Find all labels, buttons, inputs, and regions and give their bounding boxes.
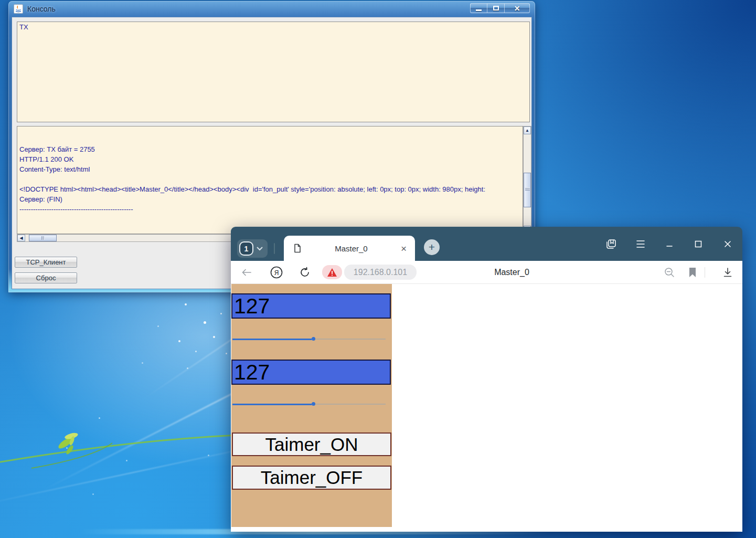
channel2-slider[interactable] — [232, 402, 388, 406]
log-line: HTTP/1.1 200 OK — [19, 154, 520, 164]
log-scrollpane: Сервер: TX байт = 2755 HTTP/1.1 200 OK C… — [17, 126, 531, 242]
console-close-button[interactable]: ✕ — [505, 3, 530, 13]
browser-menu-icon[interactable] — [634, 237, 647, 251]
wallpaper-leaf-bird — [57, 432, 78, 456]
tcp-client-button[interactable]: TCP_Клиент — [15, 257, 77, 268]
log-line: <!DOCTYPE html><html><head><title>Master… — [19, 184, 520, 194]
browser-maximize-icon[interactable] — [691, 237, 705, 251]
java-icon — [14, 4, 23, 14]
tab-counter-button[interactable]: 1 — [237, 239, 268, 258]
timer-on-button[interactable]: Taimer_ON — [232, 432, 391, 456]
reset-button[interactable]: Сброс — [15, 272, 77, 283]
horizontal-scrollbar-thumb[interactable] — [29, 235, 57, 241]
address-bar[interactable]: 192.168.0.101 — [344, 265, 417, 280]
active-tab[interactable]: Master_0 × — [284, 236, 415, 261]
timer-off-button[interactable]: Taimer_OFF — [232, 466, 391, 490]
browser-minimize-icon[interactable] — [663, 237, 676, 251]
chevron-down-icon — [257, 247, 263, 251]
channel1-slider[interactable] — [232, 336, 388, 341]
sidebar-panels-icon[interactable] — [604, 237, 618, 251]
yandex-logo-icon[interactable]: Я — [270, 266, 283, 279]
slider-thumb[interactable] — [312, 402, 315, 406]
toolbar-divider — [705, 267, 705, 278]
channel1-value-display: 127 — [231, 293, 391, 319]
scroll-up-arrow[interactable]: ▲ — [524, 126, 531, 134]
security-warning-badge[interactable] — [322, 265, 342, 279]
tx-textarea[interactable]: TX — [17, 22, 530, 122]
vertical-scrollbar-thumb[interactable] — [524, 173, 531, 207]
reload-icon[interactable] — [298, 266, 312, 279]
tabbar-divider — [274, 243, 275, 254]
tab-close-icon[interactable]: × — [401, 244, 407, 254]
bookmark-icon[interactable] — [686, 266, 699, 279]
zoom-out-icon[interactable] — [663, 266, 676, 279]
page-icon — [293, 244, 302, 253]
slider-thumb[interactable] — [312, 337, 315, 341]
page-viewport: 127 127 Taimer_ON Taimer_OFF — [231, 284, 742, 532]
vertical-scrollbar[interactable]: ▲ ▼ — [523, 126, 531, 234]
log-line: Сервер: TX байт = 2755 — [19, 144, 520, 154]
browser-window: 1 Master_0 × + — [231, 227, 742, 532]
scroll-left-arrow[interactable]: ◀ — [17, 235, 25, 241]
browser-toolbar: Я 192.168.0.101 Master_0 — [231, 261, 742, 284]
tab-count-badge: 1 — [239, 241, 253, 256]
warning-triangle-icon — [327, 268, 337, 277]
browser-close-icon[interactable] — [721, 237, 734, 251]
browser-tabbar: 1 Master_0 × + — [231, 227, 742, 261]
download-icon[interactable] — [721, 266, 734, 279]
log-textarea[interactable]: Сервер: TX байт = 2755 HTTP/1.1 200 OK C… — [17, 126, 523, 234]
console-maximize-button[interactable] — [487, 3, 505, 13]
control-panel-background: 127 127 Taimer_ON Taimer_OFF — [231, 284, 392, 527]
log-line — [19, 174, 520, 184]
svg-text:Я: Я — [274, 269, 279, 277]
console-titlebar[interactable]: Консоль ✕ — [8, 1, 535, 17]
channel2-value-display: 127 — [231, 360, 391, 385]
log-line: Сервер: (FIN) — [19, 194, 520, 204]
new-tab-button[interactable]: + — [424, 239, 440, 255]
tab-title: Master_0 — [302, 244, 401, 253]
console-minimize-button[interactable] — [470, 3, 487, 13]
console-window-title: Консоль — [27, 5, 56, 13]
log-line: ----------------------------------------… — [19, 204, 520, 214]
back-icon[interactable] — [240, 266, 253, 279]
log-line: Content-Type: text/html — [19, 164, 520, 174]
